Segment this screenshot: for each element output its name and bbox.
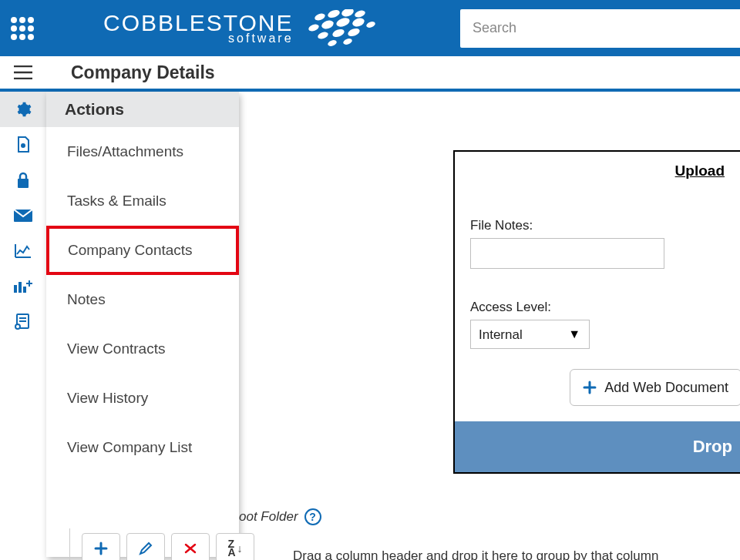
- access-level-label: Access Level:: [470, 300, 725, 315]
- rail-gear-icon[interactable]: [0, 92, 46, 127]
- access-level-select[interactable]: Internal: [470, 320, 590, 349]
- sort-za-icon: ZA: [227, 540, 235, 557]
- rail-mail-icon[interactable]: [0, 198, 46, 233]
- flyout-item-notes[interactable]: Notes: [46, 275, 239, 324]
- rail-chart-plus-icon[interactable]: [0, 269, 46, 304]
- file-notes-input[interactable]: [470, 238, 664, 269]
- actions-flyout: Actions Files/Attachments Tasks & Emails…: [46, 92, 239, 557]
- flyout-header: Actions: [46, 92, 239, 127]
- svg-point-2: [340, 9, 354, 18]
- drop-zone-label: Drop: [693, 437, 732, 457]
- page-title: Company Details: [46, 62, 215, 83]
- delete-button[interactable]: [171, 533, 210, 560]
- search-box[interactable]: [460, 9, 740, 48]
- svg-point-12: [327, 39, 338, 47]
- svg-point-7: [351, 16, 365, 28]
- rail-lock-icon[interactable]: [0, 163, 46, 198]
- upload-card: Upload File Notes: Access Level: Interna…: [453, 150, 740, 474]
- svg-point-0: [314, 12, 326, 21]
- main-area: Actions Files/Attachments Tasks & Emails…: [0, 92, 740, 557]
- add-button[interactable]: [82, 533, 120, 560]
- file-notes-label: File Notes:: [470, 218, 725, 233]
- svg-rect-21: [18, 282, 22, 293]
- icon-rail: [0, 92, 46, 557]
- svg-point-9: [317, 30, 329, 39]
- svg-point-1: [326, 9, 340, 19]
- flyout-item-files-attachments[interactable]: Files/Attachments: [46, 127, 239, 176]
- flyout-item-view-contracts[interactable]: View Contracts: [46, 324, 239, 374]
- help-icon[interactable]: ?: [304, 508, 321, 525]
- svg-point-28: [15, 324, 20, 329]
- edit-button[interactable]: [126, 533, 165, 560]
- brand-dots-icon: [304, 9, 389, 48]
- divider: [69, 528, 70, 560]
- svg-point-6: [335, 16, 350, 29]
- svg-point-8: [365, 20, 376, 29]
- drag-hint: Drag a column header and drop it here to…: [293, 548, 658, 560]
- upload-title: Upload: [470, 163, 725, 179]
- svg-point-3: [354, 9, 366, 18]
- svg-rect-20: [14, 285, 17, 293]
- title-bar: Company Details: [0, 56, 740, 92]
- toolbar-row: ZA↓: [82, 533, 254, 560]
- top-bar: COBBLESTONE software: [0, 0, 740, 56]
- svg-point-5: [320, 18, 334, 30]
- plus-icon: [583, 381, 597, 394]
- root-folder-label: oot Folder ?: [239, 508, 321, 525]
- svg-point-10: [331, 28, 345, 39]
- svg-point-13: [342, 37, 353, 45]
- svg-rect-22: [23, 287, 26, 293]
- brand-line1: COBBLESTONE: [103, 12, 294, 33]
- drop-zone[interactable]: Drop: [455, 421, 740, 472]
- hamburger-icon[interactable]: [0, 65, 46, 79]
- app-launcher-icon[interactable]: [11, 17, 34, 40]
- svg-rect-18: [18, 179, 29, 188]
- flyout-item-view-company-list[interactable]: View Company List: [46, 423, 239, 472]
- brand-logo: COBBLESTONE software: [103, 9, 389, 48]
- add-web-document-button[interactable]: Add Web Document: [570, 369, 740, 406]
- flyout-item-view-history[interactable]: View History: [46, 374, 239, 423]
- search-input[interactable]: [473, 20, 729, 36]
- rail-form-gear-icon[interactable]: [0, 304, 46, 340]
- rail-chart-line-icon[interactable]: [0, 233, 46, 269]
- svg-point-4: [308, 22, 320, 32]
- svg-point-17: [22, 144, 25, 147]
- svg-point-11: [346, 27, 360, 38]
- add-web-document-label: Add Web Document: [604, 380, 728, 396]
- flyout-item-company-contacts[interactable]: Company Contacts: [46, 226, 239, 275]
- flyout-item-tasks-emails[interactable]: Tasks & Emails: [46, 176, 239, 226]
- content-pane: Upload File Notes: Access Level: Interna…: [239, 92, 740, 557]
- rail-doc-gear-icon[interactable]: [0, 127, 46, 163]
- sort-button[interactable]: ZA↓: [216, 533, 254, 560]
